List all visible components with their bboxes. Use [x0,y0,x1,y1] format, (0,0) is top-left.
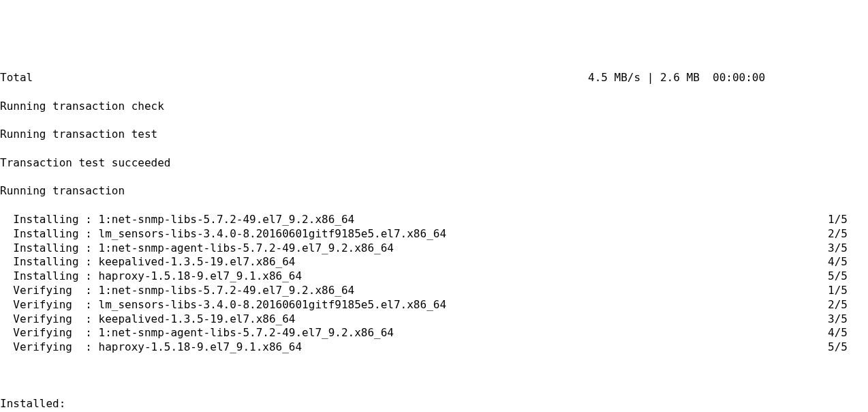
action-row: Verifying : 1:net-snmp-libs-5.7.2-49.el7… [0,284,868,298]
action-progress: 2/5 [828,227,868,241]
action-progress: 4/5 [828,255,868,269]
action-left: Installing : lm_sensors-libs-3.4.0-8.201… [13,227,446,241]
action-progress: 3/5 [828,312,868,327]
action-left: Installing : 1:net-snmp-libs-5.7.2-49.el… [13,213,354,227]
action-left: Installing : haproxy-1.5.18-9.el7_9.1.x8… [13,269,302,284]
status-succeeded: Transaction test succeeded [0,156,868,171]
total-stats: 4.5 MB/s | 2.6 MB 00:00:00 [588,71,868,85]
action-row: Verifying : keepalived-1.3.5-19.el7.x86_… [0,312,868,327]
status-running: Running transaction [0,184,868,198]
action-row: Installing : 1:net-snmp-agent-libs-5.7.2… [0,241,868,256]
action-progress: 4/5 [828,326,868,340]
action-row: Verifying : 1:net-snmp-agent-libs-5.7.2-… [0,326,868,340]
action-progress: 5/5 [828,269,868,284]
action-row: Verifying : haproxy-1.5.18-9.el7_9.1.x86… [0,340,868,355]
installed-header: Installed: [0,397,868,411]
action-left: Verifying : 1:net-snmp-agent-libs-5.7.2-… [13,326,394,340]
terminal-output: { "total": { "label": "Total", "speed": … [0,14,868,412]
action-row: Installing : keepalived-1.3.5-19.el7.x86… [0,255,868,269]
action-progress: 2/5 [828,298,868,312]
action-progress: 5/5 [828,340,868,355]
action-row: Installing : 1:net-snmp-libs-5.7.2-49.el… [0,213,868,227]
action-left: Verifying : keepalived-1.3.5-19.el7.x86_… [13,312,295,327]
action-left: Installing : keepalived-1.3.5-19.el7.x86… [13,255,295,269]
action-progress: 3/5 [828,241,868,256]
action-progress: 1/5 [828,284,868,298]
total-label: Total [0,71,588,85]
action-row: Installing : haproxy-1.5.18-9.el7_9.1.x8… [0,269,868,284]
status-check: Running transaction check [0,100,868,114]
action-left: Verifying : haproxy-1.5.18-9.el7_9.1.x86… [13,340,302,355]
action-left: Verifying : 1:net-snmp-libs-5.7.2-49.el7… [13,284,354,298]
action-row: Installing : lm_sensors-libs-3.4.0-8.201… [0,227,868,241]
total-line: Total4.5 MB/s | 2.6 MB 00:00:00 [0,71,868,85]
action-left: Installing : 1:net-snmp-agent-libs-5.7.2… [13,241,394,256]
action-progress: 1/5 [828,213,868,227]
status-test: Running transaction test [0,128,868,142]
action-row: Verifying : lm_sensors-libs-3.4.0-8.2016… [0,298,868,312]
action-left: Verifying : lm_sensors-libs-3.4.0-8.2016… [13,298,446,312]
